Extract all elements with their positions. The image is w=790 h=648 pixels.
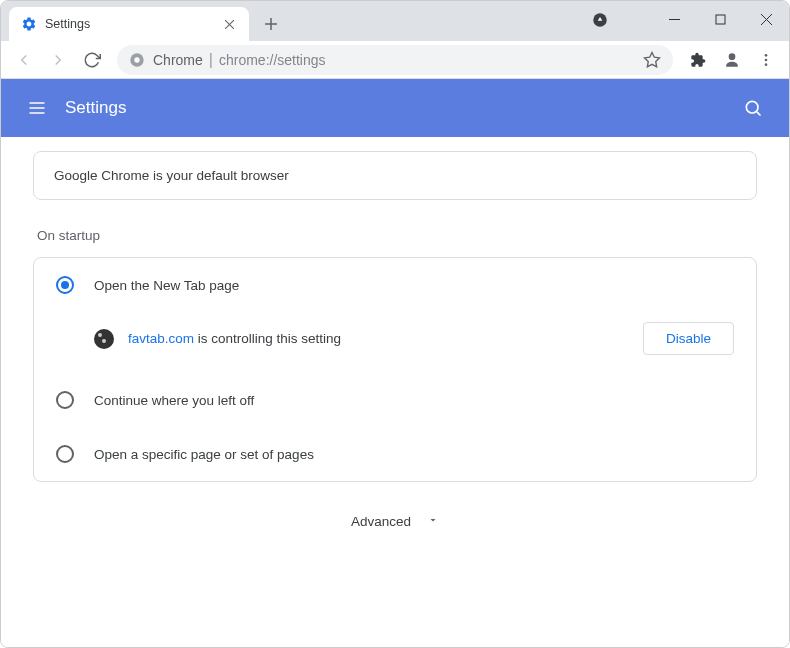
close-tab-icon[interactable] [221, 16, 237, 32]
address-bar: Chrome | chrome://settings [1, 41, 789, 79]
extension-icon [94, 329, 114, 349]
gear-icon [21, 16, 37, 32]
controlled-by-text: favtab.com is controlling this setting [128, 331, 643, 346]
reload-button[interactable] [77, 45, 107, 75]
advanced-toggle[interactable]: Advanced [33, 482, 757, 538]
new-tab-button[interactable] [257, 10, 285, 38]
section-title-startup: On startup [37, 228, 757, 243]
svg-point-19 [746, 101, 758, 113]
bookmark-star-icon[interactable] [643, 51, 661, 69]
svg-rect-1 [716, 15, 725, 24]
radio-unselected[interactable] [56, 391, 74, 409]
extensions-icon[interactable] [683, 45, 713, 75]
omnibox[interactable]: Chrome | chrome://settings [117, 45, 673, 75]
default-browser-text: Google Chrome is your default browser [54, 168, 289, 183]
settings-app-bar: Settings [1, 79, 789, 137]
controlling-extension-link[interactable]: favtab.com [128, 331, 194, 346]
svg-point-15 [765, 63, 768, 66]
chevron-down-icon [427, 512, 439, 530]
startup-option-specific[interactable]: Open a specific page or set of pages [34, 427, 756, 481]
svg-point-10 [134, 57, 139, 62]
startup-option-continue[interactable]: Continue where you left off [34, 373, 756, 427]
chrome-icon [129, 52, 145, 68]
hamburger-icon[interactable] [17, 88, 57, 128]
radio-selected[interactable] [56, 276, 74, 294]
startup-card: Open the New Tab page favtab.com is cont… [33, 257, 757, 482]
back-button[interactable] [9, 45, 39, 75]
tab-settings[interactable]: Settings [9, 7, 249, 41]
default-browser-card: Google Chrome is your default browser [33, 151, 757, 200]
controlled-by-row: favtab.com is controlling this setting D… [34, 312, 756, 373]
scheme-label: Chrome [153, 52, 203, 68]
disable-button[interactable]: Disable [643, 322, 734, 355]
svg-point-14 [765, 58, 768, 61]
profile-icon[interactable] [717, 45, 747, 75]
radio-unselected[interactable] [56, 445, 74, 463]
shield-icon[interactable] [591, 11, 609, 33]
svg-marker-11 [645, 52, 660, 66]
tab-title: Settings [45, 17, 221, 31]
svg-line-20 [757, 112, 761, 116]
svg-point-13 [765, 54, 768, 57]
maximize-button[interactable] [697, 1, 743, 37]
close-window-button[interactable] [743, 1, 789, 37]
url-text: chrome://settings [219, 52, 643, 68]
startup-option-new-tab[interactable]: Open the New Tab page [34, 258, 756, 312]
forward-button[interactable] [43, 45, 73, 75]
svg-point-12 [729, 53, 736, 60]
page-title: Settings [65, 98, 733, 118]
minimize-button[interactable] [651, 1, 697, 37]
content-viewport[interactable]: Google Chrome is your default browser On… [1, 137, 789, 647]
search-icon[interactable] [733, 88, 773, 128]
menu-icon[interactable] [751, 45, 781, 75]
